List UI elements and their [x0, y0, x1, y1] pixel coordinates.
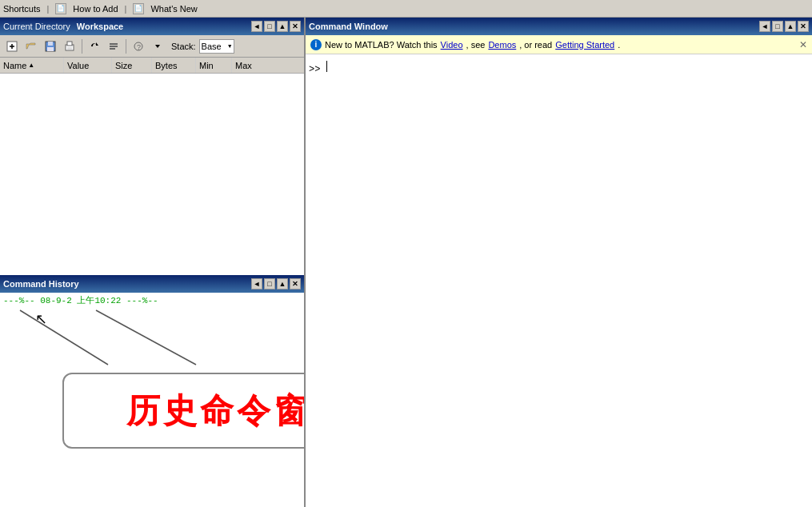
command-history-panel: Command History ◄ □ ▲ ✕ ---%-- 08-9-2 上午… [0, 275, 304, 507]
cmdwin-minimize-btn[interactable]: ◄ [759, 21, 770, 32]
command-history-controls: ◄ □ ▲ ✕ [251, 278, 301, 289]
annotation-balloon: 历史命令窗 [62, 373, 304, 449]
history-minimize-btn[interactable]: ◄ [251, 278, 262, 289]
right-panel: Command Window ◄ □ ▲ ✕ i New to MATLAB? … [304, 18, 812, 507]
stack-label: Stack: [171, 42, 196, 51]
svg-text:?: ? [137, 43, 141, 51]
whats-new-label: What's New [150, 4, 197, 14]
workspace-title[interactable]: Workspace [77, 22, 124, 31]
command-window-title: Command Window [309, 22, 388, 31]
info-link-demos[interactable]: Demos [488, 40, 516, 50]
toolbar-new-btn[interactable] [3, 38, 21, 55]
col-min[interactable]: Min [196, 58, 232, 73]
info-link-getting-started[interactable]: Getting Started [555, 40, 614, 50]
toolbar-save-btn[interactable] [42, 38, 59, 55]
toolbar-sep-1 [82, 39, 82, 54]
workspace-content [0, 74, 304, 275]
main-layout: Current Directory Workspace ◄ □ ▲ ✕ [0, 18, 812, 507]
how-to-add-label: How to Add [73, 4, 118, 14]
stack-select[interactable]: Base [199, 39, 234, 54]
history-maximize-btn[interactable]: ▲ [277, 278, 288, 289]
how-to-add-menu[interactable]: How to Add [73, 4, 118, 14]
menu-separator-2: | [125, 4, 127, 14]
toolbar-print-btn[interactable] [61, 38, 78, 55]
svg-rect-9 [110, 43, 118, 45]
history-entry: ---%-- 08-9-2 上午10:22 ---%-- [3, 294, 301, 306]
toolbar-sep-2 [126, 39, 126, 54]
annotation-text: 历史命令窗 [126, 389, 304, 433]
left-panel: Current Directory Workspace ◄ □ ▲ ✕ [0, 18, 304, 507]
workspace-maximize-btn[interactable]: ▲ [277, 21, 288, 32]
svg-rect-8 [67, 47, 72, 50]
cmd-prompt: >> [309, 61, 809, 75]
command-window-title-bar: Command Window ◄ □ ▲ ✕ [306, 18, 812, 35]
svg-rect-5 [47, 47, 54, 51]
workspace-close-btn[interactable]: ✕ [290, 21, 301, 32]
toolbar-open-btn[interactable] [22, 38, 40, 55]
col-name[interactable]: Name ▲ [0, 58, 64, 73]
workspace-restore-btn[interactable]: □ [264, 21, 275, 32]
how-to-add-icon: 📄 [55, 3, 66, 14]
workspace-title-bar: Current Directory Workspace ◄ □ ▲ ✕ [0, 18, 304, 35]
toolbar-extra-btn[interactable] [105, 38, 122, 55]
shortcuts-menu[interactable]: Shortcuts [3, 4, 40, 14]
sort-arrow: ▲ [28, 62, 34, 69]
workspace-table-header: Name ▲ Value Size Bytes Min Max [0, 58, 304, 74]
workspace-minimize-btn[interactable]: ◄ [251, 21, 262, 32]
command-window-content[interactable]: >> [306, 54, 812, 507]
stack-select-wrapper[interactable]: Base [199, 39, 234, 54]
info-link-video[interactable]: Video [441, 40, 463, 50]
whats-new-icon: 📄 [133, 3, 144, 14]
svg-rect-7 [67, 42, 72, 46]
info-close-btn[interactable]: ✕ [799, 39, 807, 50]
svg-rect-10 [110, 46, 118, 47]
cmdwin-maximize-btn[interactable]: ▲ [785, 21, 796, 32]
info-text-end: , or read [519, 40, 552, 50]
col-bytes[interactable]: Bytes [152, 58, 196, 73]
command-history-content: ---%-- 08-9-2 上午10:22 ---%-- 历史命令窗 [0, 293, 304, 507]
history-restore-btn[interactable]: □ [264, 278, 275, 289]
info-text-period: . [618, 40, 620, 50]
command-history-title-bar: Command History ◄ □ ▲ ✕ [0, 275, 304, 293]
info-icon: i [310, 39, 322, 50]
toolbar-dropdown-btn[interactable] [149, 38, 166, 55]
cmdwin-restore-btn[interactable]: □ [772, 21, 783, 32]
cmdwin-close-btn[interactable]: ✕ [798, 21, 809, 32]
menu-separator-1: | [46, 4, 49, 14]
cursor [326, 61, 333, 72]
workspace-toolbar: ? Stack: Base [0, 35, 304, 58]
whats-new-menu[interactable]: What's New [150, 4, 197, 14]
menu-bar: Shortcuts | 📄 How to Add | 📄 What's New [0, 0, 812, 18]
history-close-btn[interactable]: ✕ [290, 278, 301, 289]
svg-marker-14 [155, 45, 160, 48]
current-directory-title: Current Directory [3, 22, 70, 31]
toolbar-undo-btn[interactable] [86, 38, 103, 55]
svg-line-16 [96, 310, 196, 365]
svg-line-15 [20, 310, 108, 365]
col-value[interactable]: Value [64, 58, 112, 73]
col-size[interactable]: Size [112, 58, 152, 73]
info-bar: i New to MATLAB? Watch this Video , see … [306, 35, 812, 54]
svg-rect-4 [48, 42, 53, 46]
workspace-controls: ◄ □ ▲ ✕ [251, 21, 301, 32]
toolbar-more-btn[interactable]: ? [130, 38, 147, 55]
shortcuts-label: Shortcuts [3, 4, 40, 14]
svg-rect-11 [110, 48, 115, 50]
command-history-title: Command History [3, 279, 79, 289]
col-max[interactable]: Max [232, 58, 304, 73]
info-text-prefix: New to MATLAB? Watch this [325, 40, 438, 50]
info-text-middle: , see [466, 40, 486, 50]
command-window-controls: ◄ □ ▲ ✕ [759, 21, 809, 32]
